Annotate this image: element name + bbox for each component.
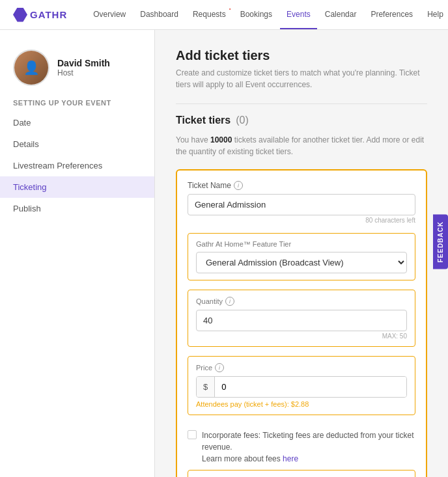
nav-bookings[interactable]: Bookings — [234, 1, 279, 29]
learn-more-label: Learn more about fees — [202, 454, 281, 463]
tier-info: You have 10000 tickets available for ano… — [176, 134, 427, 157]
logo-icon — [13, 8, 27, 22]
page-title: Add ticket tiers — [176, 48, 427, 63]
divider — [176, 103, 427, 104]
price-input[interactable] — [215, 377, 406, 397]
feature-tier-select[interactable]: General Admission (Broadcast View) — [196, 252, 407, 273]
quantity-group: Quantity i MAX: 50 — [188, 290, 415, 347]
price-info-icon[interactable]: i — [215, 363, 224, 372]
char-count: 80 characters left — [188, 217, 415, 224]
max-count: MAX: 50 — [196, 333, 407, 340]
sales-end-card: Ticket sales end Minute(s) Hour(s) Day(s… — [188, 470, 415, 477]
sidebar-item-details[interactable]: Details — [0, 133, 154, 155]
tier-count-num: 10000 — [210, 135, 232, 144]
profile-avatar: 👤 — [13, 49, 49, 86]
ticket-name-label: Ticket Name i — [188, 181, 415, 190]
incorporate-fees-row: Incorporate fees: Ticketing fees are ded… — [188, 424, 415, 470]
header: GATHR Overview Dashboard Requests Bookin… — [0, 0, 448, 30]
tier-count: (0) — [236, 115, 249, 126]
main-content: Add ticket tiers Create and customize ti… — [155, 30, 448, 477]
avatar-image: 👤 — [14, 51, 48, 85]
sidebar-item-publish[interactable]: Publish — [0, 198, 154, 219]
quantity-input[interactable] — [196, 310, 407, 331]
sidebar-item-ticketing[interactable]: Ticketing — [0, 176, 154, 198]
nav-preferences[interactable]: Preferences — [364, 1, 419, 29]
nav-requests[interactable]: Requests — [186, 1, 232, 29]
quantity-info-icon[interactable]: i — [225, 297, 234, 306]
layout: 👤 David Smith Host Setting up your Event… — [0, 30, 448, 477]
attendees-pay: Attendees pay (ticket + fees): $2.88 — [196, 400, 407, 408]
learn-more-link[interactable]: here — [283, 454, 298, 463]
nav-dashboard[interactable]: Dashboard — [133, 1, 185, 29]
page-subtitle: Create and customize ticket tiers to mat… — [176, 67, 427, 90]
incorporate-fees-label: Incorporate fees: Ticketing fees are ded… — [202, 429, 415, 465]
sidebar: 👤 David Smith Host Setting up your Event… — [0, 30, 155, 477]
price-group: Price i $ Attendees pay (ticket + fees):… — [188, 356, 415, 415]
price-label: Price i — [196, 363, 407, 372]
ticket-name-info-icon[interactable]: i — [234, 181, 243, 190]
ticket-form-card: Ticket Name i 80 characters left Gathr A… — [176, 169, 427, 477]
price-symbol: $ — [197, 377, 215, 397]
incorporate-fees-checkbox[interactable] — [188, 430, 197, 439]
main-nav: Overview Dashboard Requests Bookings Eve… — [87, 1, 448, 29]
profile-info: David Smith Host — [57, 58, 110, 77]
feature-tier-label: Gathr At Home™ Feature Tier — [196, 240, 407, 248]
sidebar-item-date[interactable]: Date — [0, 112, 154, 133]
sidebar-item-livestream[interactable]: Livestream Preferences — [0, 155, 154, 176]
logo-text: GATHR — [30, 9, 67, 20]
profile-name: David Smith — [57, 58, 110, 68]
sidebar-profile: 👤 David Smith Host — [0, 43, 154, 99]
ticket-name-group: Ticket Name i 80 characters left — [188, 181, 415, 224]
ticket-name-input[interactable] — [188, 194, 415, 215]
nav-events[interactable]: Events — [280, 1, 317, 29]
price-input-wrap: $ — [196, 376, 407, 398]
feedback-tab[interactable]: FEEDBACK — [433, 215, 448, 269]
feature-tier-group: Gathr At Home™ Feature Tier General Admi… — [188, 233, 415, 280]
nav-overview[interactable]: Overview — [87, 1, 132, 29]
section-header: Ticket tiers (0) — [176, 115, 427, 126]
nav-calendar[interactable]: Calendar — [318, 1, 363, 29]
tier-info-prefix: You have — [176, 135, 208, 144]
sidebar-section-title: Setting up your Event — [0, 99, 154, 112]
section-title: Ticket tiers — [176, 115, 231, 126]
nav-help[interactable]: Help — [421, 1, 448, 29]
logo[interactable]: GATHR — [13, 8, 67, 22]
quantity-label: Quantity i — [196, 297, 407, 306]
profile-role: Host — [57, 68, 110, 77]
feedback-label[interactable]: FEEDBACK — [433, 215, 448, 269]
